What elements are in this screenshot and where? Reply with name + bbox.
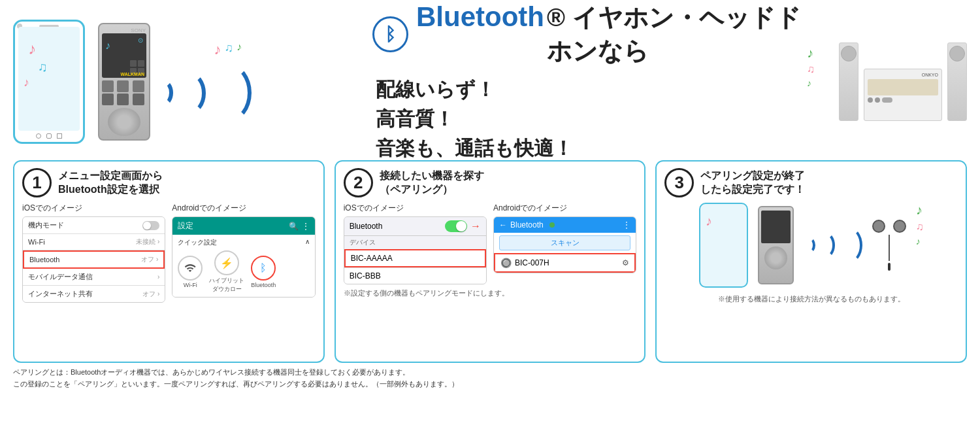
wave-arc-2: [173, 72, 206, 114]
subtitle-line1: 配線いらず！: [376, 75, 804, 104]
speaker-cone-right: [949, 46, 965, 61]
android-header-icons: 🔍 ⋮: [289, 222, 310, 231]
step2-android-area: Androidでのイメージ ← Bluetooth ⋮ スキャン 🔘: [493, 203, 636, 284]
android-bt-status-dot: [549, 222, 555, 228]
step3-note-green-2: ♪: [916, 236, 924, 246]
step-2-number: 2: [344, 168, 373, 197]
subtitle-block: 配線いらず！ 高音質！ 音楽も、通話も快適！: [372, 75, 804, 163]
speaker-system: ONKYO: [839, 42, 967, 121]
bt-settings-label: Bluetooth: [29, 256, 59, 264]
android-device-row: 🔘 BIC-007H ⚙: [494, 253, 636, 273]
android-bt-menu: ⋮: [623, 220, 630, 230]
android-bt-label: Bluetooth: [251, 282, 276, 288]
step2-ios-area: iOSでのイメージ Bluetooth → デバイス BIC-AAAAA: [344, 203, 487, 284]
mobile-label: モバイルデータ通信: [28, 272, 93, 282]
hotspot-label: インターネット共有: [28, 289, 93, 299]
ios-settings-mockup: 機内モード Wi-Fi 未接続 › Bluetooth オフ › モバイル: [22, 216, 165, 303]
speaker-box-left: [839, 42, 858, 121]
speaker-left: [839, 42, 858, 121]
android-quick-title: クイック設定 ∧: [178, 238, 309, 247]
step3-wave-2: [815, 232, 835, 258]
mp3-signal: ⊙: [138, 37, 143, 44]
speaker-music-notes: ♪ ♫ ♪: [807, 46, 815, 88]
android-menu-icon: ⋮: [302, 222, 310, 231]
android-device-name: BIC-007H: [515, 258, 549, 267]
title-row: ᛒ Bluetooth ® イヤホン・ヘッドドホンなら: [372, 1, 804, 68]
step3-note: ※使用する機器により接続方法が異なるものもあります。: [718, 294, 905, 304]
amp-button-1: [868, 97, 873, 103]
speaker-right: [947, 42, 967, 121]
android-scan-button[interactable]: スキャン: [499, 235, 630, 250]
step3-note-green-1: ♪: [916, 203, 924, 218]
mp3-wheel: [108, 108, 140, 136]
android-bt-back: ←: [499, 220, 507, 230]
phone-back-btn: [36, 133, 41, 139]
android-settings-header: 設定 🔍 ⋮: [172, 217, 314, 235]
amp-controls: [868, 97, 938, 103]
phone-screen: ♪ ♫ ♪: [18, 27, 80, 131]
ios-bt-header-right: →: [445, 220, 481, 232]
title-text-group: Bluetooth ® イヤホン・ヘッドドホンなら: [416, 1, 804, 68]
wifi-value: 未接続 ›: [136, 237, 159, 246]
ios-device-section-label: デバイス: [344, 236, 486, 249]
mp3-control-buttons: [102, 80, 146, 105]
amp-button-2: [875, 97, 880, 103]
airplane-toggle: [142, 221, 159, 230]
speaker-center-unit: ONKYO: [864, 69, 942, 121]
ios-bt-header: Bluetooth →: [344, 217, 486, 236]
bluetooth-symbol: ᛒ: [385, 24, 396, 45]
android-settings-mockup: 設定 🔍 ⋮ クイック設定 ∧: [172, 216, 315, 298]
music-note-teal-1: ♫: [38, 60, 48, 75]
step-2-content: iOSでのイメージ Bluetooth → デバイス BIC-AAAAA: [344, 203, 637, 284]
music-note-pink-2: ♪: [24, 76, 29, 90]
android-bt-item: ᛒ Bluetooth: [251, 256, 276, 288]
step-2-box: 2 接続したい機器を探す（ペアリング） iOSでのイメージ Bluetooth: [335, 160, 646, 363]
android-bt-icon: ᛒ: [251, 256, 276, 280]
speaker-note-pink: ♫: [807, 63, 815, 75]
earphone-buds: [872, 220, 906, 233]
step-1-box: 1 メニュー設定画面からBluetooth設定を選択 iOSでのイメージ 機内モ…: [13, 160, 325, 363]
mp3-player-illustration: SONY ♪ ⊙ WALKMAN: [98, 23, 150, 141]
ios-device-name-2: BIC-BBB: [350, 271, 381, 280]
mobile-value: ›: [157, 273, 159, 280]
page-container: ♪ ♫ ♪ SONY ♪ ⊙: [0, 0, 980, 425]
step3-note-pink: ♪: [706, 214, 712, 229]
ios-label: iOSでのイメージ: [22, 203, 165, 214]
step-2-title: 接続したい機器を探す（ペアリング）: [380, 169, 484, 197]
wifi-label: Wi-Fi: [28, 238, 45, 246]
title-section: ᛒ Bluetooth ® イヤホン・ヘッドドホンなら 配線いらず！ 高音質！ …: [366, 1, 804, 163]
device-phone-icon: 🔘: [500, 258, 512, 268]
step3-wave-3: [835, 227, 862, 264]
earphone-cable: [889, 235, 890, 261]
android-search-icon: 🔍: [289, 222, 299, 231]
airplane-label: 機内モード: [28, 220, 64, 230]
step3-phone-wrap: ♪: [699, 203, 748, 288]
android-wifi-icon: [178, 256, 203, 280]
speaker-note-green-2: ♪: [807, 78, 815, 88]
earphone-right: [893, 220, 906, 233]
phone-menu-btn: [57, 133, 62, 139]
top-section: ♪ ♫ ♪ SONY ♪ ⊙: [13, 7, 967, 157]
subtitle-line3: 音楽も、通話も快適！: [376, 133, 804, 163]
ios-device-row-1: BIC-AAAAA: [344, 249, 486, 267]
android-label: Androidでのイメージ: [172, 203, 315, 214]
wave-arc-1: [154, 80, 173, 106]
step-3-number: 3: [664, 168, 694, 197]
ios-device-name-1: BIC-AAAAA: [351, 254, 393, 263]
android-bolt-item: ⚡ ハイブリットダウカロー: [209, 250, 244, 294]
ios-bt-title: Bluetooth: [350, 222, 383, 231]
android-wifi-item: Wi-Fi: [178, 256, 203, 288]
speaker-box-right: [947, 42, 967, 121]
step2-note: ※設定する側の機器もペアリングモードにします。: [344, 288, 637, 298]
bt-signal-area: ♪ ♫ ♪: [163, 41, 242, 122]
ios-bt-toggle[interactable]: [445, 220, 467, 232]
step3-devices-area: ♪: [699, 203, 924, 288]
signal-note-teal: ♫: [225, 41, 234, 58]
step3-note-pink-2: ♫: [916, 221, 924, 233]
step-3-header: 3 ペアリング設定が終了したら設定完了です！: [664, 168, 958, 197]
mp3-logo-text: WALKMAN: [120, 72, 144, 76]
android-bt-header: ← Bluetooth ⋮: [494, 217, 636, 233]
bottom-note-line1: ペアリングとは：Bluetoothオーディオ機器では、あらかじめワイヤレス接続す…: [13, 367, 967, 379]
android-quick-settings: クイック設定 ∧ Wi-Fi ⚡ ハイブリ: [172, 235, 314, 297]
music-note-pink-1: ♪: [28, 40, 36, 58]
